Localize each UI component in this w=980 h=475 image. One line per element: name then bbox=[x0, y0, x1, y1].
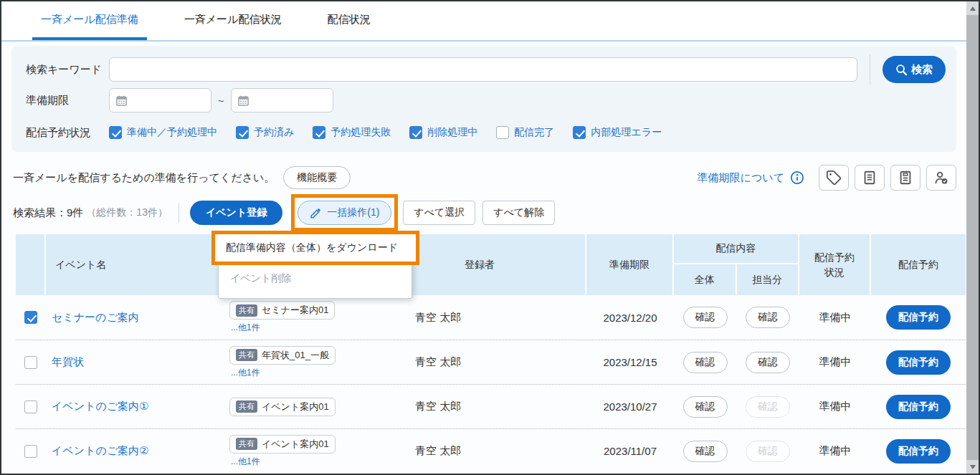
scrollbar-thumb[interactable] bbox=[966, 15, 979, 460]
scroll-down-button[interactable] bbox=[966, 460, 979, 474]
status-checkbox-1[interactable] bbox=[236, 126, 249, 139]
arrow-up-icon bbox=[970, 6, 976, 11]
scroll-up-button[interactable] bbox=[966, 1, 979, 15]
header-checkbox-cell bbox=[16, 234, 46, 295]
status-checkbox-4[interactable] bbox=[496, 126, 509, 139]
document-icon bbox=[862, 170, 877, 186]
intro-message: 一斉メールを配信するための準備を行ってください。 bbox=[13, 171, 275, 185]
menu-item-delete-event[interactable]: イベント削除 bbox=[219, 267, 411, 291]
status-filter-option: 配信完了 bbox=[496, 126, 554, 139]
event-name-link[interactable]: イベントのご案内② bbox=[52, 444, 149, 456]
table-row: 年賀状 共有 年賀状_01_一般 ...他1件 青空 太郎 2023/12/15… bbox=[16, 340, 966, 384]
tab-bulk-mail-preparation[interactable]: 一斉メール配信準備 bbox=[32, 1, 147, 40]
events-table: イベント名 登録者 準備期限 配信内容 全体 担当分 配信予約状況 配信予約 セ… bbox=[16, 234, 966, 473]
tab-delivery-status[interactable]: 配信状況 bbox=[318, 1, 379, 40]
confirm-assigned-button[interactable]: 確認 bbox=[746, 307, 790, 328]
tag-icon bbox=[826, 170, 842, 186]
search-filter-panel: 検索キーワード 検索 準備期限 ~ bbox=[11, 46, 956, 152]
reserve-status-cell: 準備中 bbox=[799, 400, 871, 413]
row-checkbox[interactable] bbox=[24, 445, 37, 458]
template-chip: 共有 イベント案内01 bbox=[229, 398, 336, 416]
row-checkbox[interactable] bbox=[24, 400, 37, 413]
template-name: イベント案内01 bbox=[262, 438, 329, 451]
document-icon-button[interactable] bbox=[855, 165, 885, 191]
status-filter-option: 内部処理エラー bbox=[573, 126, 662, 139]
template-chip: 共有 セミナー案内01 bbox=[229, 301, 335, 320]
result-count: 検索結果：9件 bbox=[13, 206, 83, 220]
person-check-icon-button[interactable] bbox=[926, 165, 956, 191]
registrant-cell: 青空 太郎 bbox=[374, 355, 586, 369]
share-badge: 共有 bbox=[236, 400, 257, 413]
share-badge: 共有 bbox=[236, 349, 257, 361]
vertical-scrollbar[interactable] bbox=[966, 1, 979, 474]
confirm-all-button[interactable]: 確認 bbox=[683, 396, 728, 418]
more-templates-link[interactable]: ...他1件 bbox=[231, 456, 260, 468]
reserve-button[interactable]: 配信予約 bbox=[886, 395, 951, 419]
confirm-all-button[interactable]: 確認 bbox=[683, 307, 728, 328]
total-count: （総件数：13件） bbox=[86, 206, 168, 219]
status-checkbox-3[interactable] bbox=[409, 126, 422, 139]
registrant-cell: 青空 太郎 bbox=[374, 400, 586, 413]
pencil-icon bbox=[310, 207, 322, 219]
confirm-assigned-button[interactable]: 確認 bbox=[746, 441, 790, 462]
table-body: セミナーのご案内 共有 セミナー案内01 ...他1件 青空 太郎 2023/1… bbox=[16, 295, 966, 473]
confirm-assigned-button[interactable]: 確認 bbox=[746, 396, 790, 418]
tab-bulk-mail-status[interactable]: 一斉メール配信状況 bbox=[176, 1, 290, 40]
deadline-cell: 2023/10/27 bbox=[586, 400, 674, 413]
clipboard-icon-button[interactable] bbox=[890, 165, 920, 191]
reserve-button[interactable]: 配信予約 bbox=[886, 305, 951, 330]
status-filter-option: 削除処理中 bbox=[409, 126, 477, 139]
event-name-link[interactable]: 年賀状 bbox=[52, 355, 84, 368]
bulk-action-highlight: 一括操作(1) bbox=[291, 194, 398, 231]
table-header: イベント名 登録者 準備期限 配信内容 全体 担当分 配信予約状況 配信予約 bbox=[16, 234, 966, 295]
keyword-input[interactable] bbox=[109, 57, 857, 82]
header-content-all: 全体 bbox=[674, 264, 737, 295]
status-checkbox-0[interactable] bbox=[109, 126, 122, 139]
template-chip: 共有 イベント案内01 bbox=[229, 435, 336, 454]
template-name: 年賀状_01_一般 bbox=[262, 349, 329, 362]
share-badge: 共有 bbox=[236, 438, 257, 450]
event-name-link[interactable]: イベントのご案内① bbox=[52, 400, 149, 412]
menu-item-download-highlighted[interactable]: 配信準備内容（全体）をダウンロード bbox=[211, 231, 419, 265]
info-icon[interactable] bbox=[790, 171, 804, 185]
event-name-link[interactable]: セミナーのご案内 bbox=[52, 311, 139, 323]
reserve-status-cell: 準備中 bbox=[799, 355, 871, 369]
confirm-all-button[interactable]: 確認 bbox=[683, 441, 728, 462]
header-deadline: 準備期限 bbox=[586, 234, 674, 295]
reserve-button[interactable]: 配信予約 bbox=[886, 439, 951, 464]
more-templates-link[interactable]: ...他1件 bbox=[231, 322, 260, 334]
template-name: セミナー案内01 bbox=[262, 304, 328, 317]
search-icon bbox=[895, 64, 908, 76]
status-filter-option: 予約済み bbox=[236, 126, 294, 139]
status-checkbox-2[interactable] bbox=[313, 126, 325, 139]
row-checkbox[interactable] bbox=[24, 311, 37, 324]
deadline-from-input[interactable] bbox=[109, 88, 211, 112]
share-badge: 共有 bbox=[236, 304, 257, 317]
reserve-status-cell: 準備中 bbox=[799, 311, 871, 325]
more-templates-link[interactable]: ...他1件 bbox=[231, 367, 260, 379]
select-all-button[interactable]: すべて選択 bbox=[403, 201, 475, 225]
tag-icon-button[interactable] bbox=[819, 165, 849, 191]
deadline-to-input[interactable] bbox=[231, 88, 333, 112]
filter-divider bbox=[870, 54, 870, 85]
feature-overview-button[interactable]: 機能概要 bbox=[283, 166, 351, 189]
event-register-button[interactable]: イベント登録 bbox=[190, 201, 282, 225]
status-filter-option: 準備中／予約処理中 bbox=[109, 126, 217, 139]
bulk-mail-preparation-screen: 一斉メール配信準備 一斉メール配信状況 配信状況 検索キーワード 検索 準備期限 bbox=[0, 0, 980, 475]
deadline-info-link[interactable]: 準備期限について bbox=[698, 171, 784, 185]
deadline-cell: 2023/11/07 bbox=[586, 445, 674, 457]
header-reserve: 配信予約 bbox=[871, 234, 966, 295]
deselect-all-button[interactable]: すべて解除 bbox=[482, 201, 555, 225]
status-checkbox-5[interactable] bbox=[573, 126, 586, 139]
confirm-assigned-button[interactable]: 確認 bbox=[746, 352, 790, 373]
row-checkbox[interactable] bbox=[24, 356, 37, 369]
range-separator: ~ bbox=[218, 95, 224, 107]
search-button[interactable]: 検索 bbox=[883, 56, 946, 83]
status-filter-option: 予約処理失敗 bbox=[313, 126, 391, 139]
reserve-button[interactable]: 配信予約 bbox=[886, 350, 951, 375]
arrow-down-icon bbox=[970, 465, 976, 469]
bulk-action-button[interactable]: 一括操作(1) bbox=[298, 201, 391, 225]
confirm-all-button[interactable]: 確認 bbox=[683, 352, 728, 373]
clipboard-icon bbox=[898, 170, 913, 186]
toolbar-divider bbox=[179, 203, 179, 223]
